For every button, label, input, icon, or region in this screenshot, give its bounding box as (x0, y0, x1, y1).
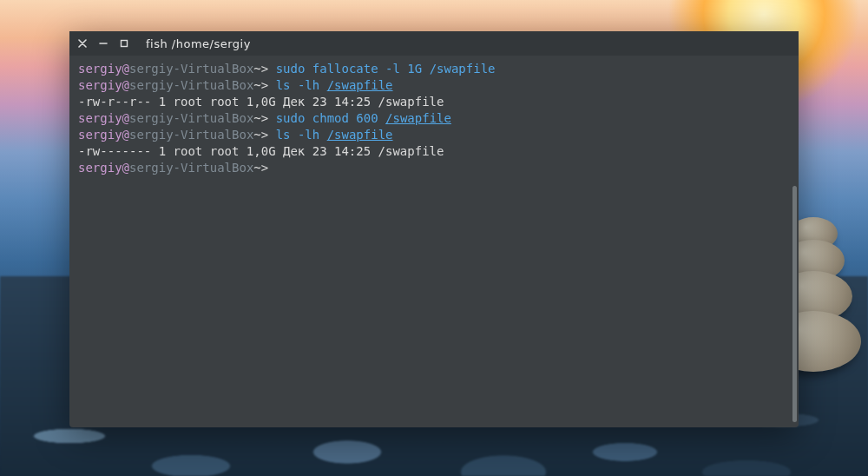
prompt-gt: > (261, 111, 268, 125)
command: sudo (276, 111, 306, 125)
prompt-gt: > (261, 78, 268, 92)
prompt-user: sergiy (78, 111, 122, 125)
terminal-line: sergiy@sergiy-VirtualBox~> ls -lh /swapf… (78, 77, 790, 94)
close-icon[interactable] (78, 39, 89, 48)
command-path: /swapfile (327, 78, 393, 92)
prompt-user: sergiy (78, 62, 122, 76)
terminal-window: fish /home/sergiy sergiy@sergiy-VirtualB… (69, 31, 799, 427)
prompt-user: sergiy (78, 78, 122, 92)
prompt-host: sergiy-VirtualBox (129, 62, 253, 76)
command: ls (276, 128, 291, 142)
command-path: /swapfile (327, 128, 393, 142)
prompt-host: sergiy-VirtualBox (129, 78, 253, 92)
prompt-at: @ (122, 62, 129, 76)
prompt-user: sergiy (78, 128, 122, 142)
terminal-output: -rw-r--r-- 1 root root 1,0G Дек 23 14:25… (78, 94, 790, 110)
command-path: /swapfile (385, 111, 451, 125)
command-option: -lh (298, 78, 319, 92)
terminal-line: sergiy@sergiy-VirtualBox~> (78, 160, 790, 176)
prompt-host: sergiy-VirtualBox (129, 128, 253, 142)
command-option: -lh (298, 128, 319, 142)
terminal-line: sergiy@sergiy-VirtualBox~> sudo fallocat… (78, 61, 790, 77)
prompt-host: sergiy-VirtualBox (129, 161, 253, 175)
prompt-at: @ (122, 128, 129, 142)
prompt-at: @ (122, 111, 129, 125)
prompt-tilde: ~ (253, 161, 260, 175)
terminal-line: sergiy@sergiy-VirtualBox~> sudo chmod 60… (78, 110, 790, 127)
prompt-tilde: ~ (253, 62, 260, 76)
svg-rect-0 (122, 41, 128, 47)
prompt-gt: > (261, 128, 268, 142)
prompt-at: @ (122, 78, 129, 92)
minimize-icon[interactable] (99, 39, 109, 48)
window-title: fish /home/sergiy (146, 37, 251, 50)
terminal-output: -rw------- 1 root root 1,0G Дек 23 14:25… (78, 143, 790, 160)
command: ls (276, 78, 291, 92)
prompt-tilde: ~ (253, 111, 260, 125)
prompt-host: sergiy-VirtualBox (129, 111, 253, 125)
prompt-at: @ (122, 161, 129, 175)
command-args: fallocate -l 1G /swapfile (312, 62, 496, 76)
prompt-tilde: ~ (253, 128, 260, 142)
command-args: chmod 600 (312, 111, 385, 125)
window-titlebar[interactable]: fish /home/sergiy (69, 31, 799, 56)
prompt-gt: > (261, 161, 268, 175)
prompt-tilde: ~ (253, 78, 260, 92)
prompt-gt: > (261, 62, 268, 76)
command: sudo (276, 62, 306, 76)
prompt-user: sergiy (78, 161, 122, 175)
terminal-line: sergiy@sergiy-VirtualBox~> ls -lh /swapf… (78, 127, 790, 143)
terminal-scrollbar[interactable] (792, 186, 797, 422)
maximize-icon[interactable] (120, 39, 130, 48)
terminal-body[interactable]: sergiy@sergiy-VirtualBox~> sudo fallocat… (69, 56, 799, 427)
